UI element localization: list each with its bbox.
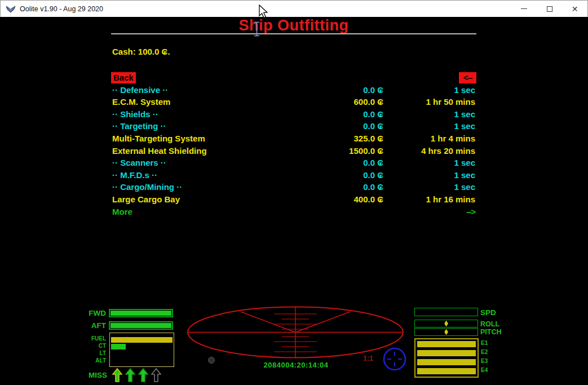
minimize-icon (521, 8, 527, 9)
pitch-label: PITCH (480, 328, 502, 336)
equipment-row[interactable]: Multi-Targeting System 325.0 ₢ 1 hr 4 mi… (111, 132, 476, 145)
minimize-button[interactable] (511, 1, 537, 17)
fuel-gauge-box (109, 333, 174, 367)
fwd-shield-bar (109, 309, 173, 317)
scanner-display (183, 303, 409, 362)
close-button[interactable]: ✕ (562, 1, 587, 17)
equipment-row[interactable]: ·· Defensive ·· 0.0 ₢ 1 sec (111, 84, 476, 96)
equipment-name: ·· Shields ·· (112, 108, 158, 121)
window-controls: ✕ (511, 1, 587, 17)
equipment-install-time: 1 hr 16 mins (426, 193, 475, 206)
energy-4-label: E4 (481, 367, 488, 373)
equipment-price: 325.0 ₢ (353, 132, 383, 145)
page-title: Ship Outfitting (111, 17, 476, 34)
equipment-row[interactable]: E.C.M. System 600.0 ₢ 1 hr 50 mins (111, 96, 476, 108)
maximize-button[interactable] (537, 1, 562, 17)
more-arrow-icon[interactable]: --> (466, 206, 475, 218)
more-button[interactable]: More (112, 206, 132, 218)
equipment-price: 1500.0 ₢ (349, 145, 383, 157)
equipment-price: 0.0 ₢ (363, 108, 383, 121)
missile-arrow-icon (151, 368, 161, 382)
window-title: Oolite v1.90 - Aug 29 2020 (20, 5, 103, 13)
equipment-install-time: 1 sec (454, 84, 475, 96)
equipment-name: ·· Defensive ·· (112, 84, 168, 96)
equipment-price: 400.0 ₢ (353, 193, 383, 206)
back-row[interactable]: Back <-- (111, 72, 476, 84)
missile-arrow-icon (138, 368, 148, 382)
equipment-install-time: 1 sec (454, 169, 475, 182)
altitude-label: ALT (83, 357, 106, 364)
speed-bar (414, 308, 478, 316)
game-clock: 2084004:20:14:04 (248, 361, 344, 369)
fuel-label: FUEL (83, 335, 106, 342)
mouse-cursor (258, 5, 269, 20)
energy-bar-1 (417, 341, 476, 347)
roll-label: ROLL (480, 320, 499, 328)
fuel-bar (111, 337, 173, 343)
title-underline (111, 33, 476, 34)
back-button[interactable]: Back (111, 72, 136, 83)
equipment-name: Large Cargo Bay (112, 193, 180, 206)
equipment-price: 0.0 ₢ (363, 181, 383, 193)
equipment-install-time: 1 sec (454, 181, 475, 193)
back-arrow-icon[interactable]: <-- (459, 72, 476, 83)
more-row[interactable]: More --> (111, 206, 476, 218)
energy-banks-box (414, 338, 479, 378)
laser-temp-label: LT (83, 350, 106, 356)
equipment-price: 0.0 ₢ (363, 84, 383, 96)
pitch-bar (414, 328, 478, 336)
equipment-name: ·· Cargo/Mining ·· (112, 181, 182, 193)
scanner-zoom-level: 1:1 (363, 355, 373, 362)
speed-label: SPD (480, 308, 496, 317)
equipment-price: 0.0 ₢ (363, 157, 383, 169)
equipment-install-time: 4 hrs 20 mins (421, 145, 475, 157)
maximize-icon (547, 6, 552, 12)
missile-indicators (112, 368, 161, 382)
roll-bar (414, 320, 478, 328)
equipment-install-time: 1 sec (454, 157, 475, 169)
equipment-install-time: 1 sec (454, 108, 475, 121)
equipment-name: E.C.M. System (112, 96, 170, 108)
equipment-price: 0.0 ₢ (363, 120, 383, 132)
roll-indicator (444, 321, 448, 327)
energy-1-label: E1 (481, 340, 488, 346)
window-titlebar[interactable]: Oolite v1.90 - Aug 29 2020 ✕ (0, 0, 588, 17)
equipment-price: 600.0 ₢ (353, 96, 383, 108)
equipment-name: ·· M.F.D.s ·· (112, 169, 157, 182)
missile-arrow-icon (112, 368, 122, 382)
equipment-name: ·· Scanners ·· (112, 157, 166, 169)
energy-2-label: E2 (481, 349, 488, 355)
fwd-shield-label: FWD (83, 309, 106, 317)
equipment-row[interactable]: ·· M.F.D.s ·· 0.0 ₢ 1 sec (111, 169, 476, 182)
energy-bar-4 (417, 368, 476, 374)
equipment-row[interactable]: ·· Shields ·· 0.0 ₢ 1 sec (111, 108, 476, 121)
equipment-name: Multi-Targeting System (112, 132, 205, 145)
equipment-row[interactable]: Large Cargo Bay 400.0 ₢ 1 hr 16 mins (111, 193, 476, 206)
equipment-row[interactable]: ·· Cargo/Mining ·· 0.0 ₢ 1 sec (111, 181, 476, 193)
missiles-label: MISS (89, 371, 107, 379)
equipment-name: External Heat Shielding (112, 145, 207, 157)
energy-bar-3 (417, 359, 476, 365)
energy-bar-2 (417, 350, 476, 356)
equipment-row[interactable]: External Heat Shielding 1500.0 ₢ 4 hrs 2… (111, 145, 476, 157)
equipment-price: 0.0 ₢ (363, 169, 383, 182)
equipment-name: ·· Targeting ·· (112, 120, 166, 132)
pitch-indicator (444, 329, 448, 335)
equipment-install-time: 1 sec (454, 120, 475, 132)
aft-shield-label: AFT (83, 321, 106, 330)
missile-arrow-icon (125, 368, 135, 382)
cabin-temp-bar (111, 344, 126, 349)
close-icon: ✕ (572, 5, 578, 13)
equipment-row[interactable]: ·· Scanners ·· 0.0 ₢ 1 sec (111, 157, 476, 169)
station-status-light (208, 357, 215, 364)
equipment-install-time: 1 hr 50 mins (426, 96, 475, 108)
equipment-row[interactable]: ·· Targeting ·· 0.0 ₢ 1 sec (111, 120, 476, 132)
oolite-window: Oolite v1.90 - Aug 29 2020 ✕ Ship Outfit… (0, 0, 588, 385)
aft-shield-bar (109, 321, 173, 330)
equipment-install-time: 1 hr 4 mins (431, 132, 475, 145)
outfitting-list: Back <-- ·· Defensive ·· 0.0 ₢ 1 sec E.C… (111, 72, 476, 218)
compass (382, 347, 407, 371)
cash-balance: Cash: 100.0 ₢. (112, 47, 170, 56)
oolite-app-icon (6, 5, 16, 14)
energy-3-label: E3 (481, 358, 488, 364)
